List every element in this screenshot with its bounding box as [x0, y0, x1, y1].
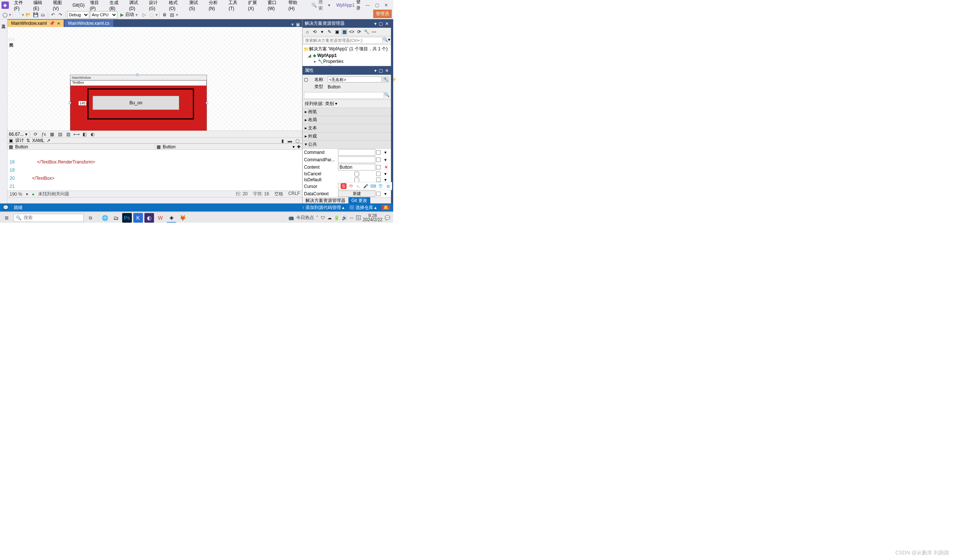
collapse-all-icon[interactable]: ▣ [334, 28, 340, 35]
switch-solution[interactable]: 解决方案资源管理器 [303, 197, 348, 204]
sogou-icon[interactable]: S [341, 183, 346, 189]
close-tab-icon[interactable]: ✕ [57, 22, 60, 26]
shield-icon[interactable]: 🛡 [321, 215, 325, 220]
effects-icon[interactable]: ◧ [81, 131, 88, 138]
today-hot[interactable]: 今日热点 [296, 215, 314, 221]
menu-edit[interactable]: 编辑(E) [31, 0, 50, 12]
menu-test[interactable]: 测试(S) [187, 0, 206, 12]
wrench-icon[interactable]: 🔧 [382, 76, 389, 83]
open-icon[interactable]: 📂 [25, 11, 31, 18]
platform-dropdown[interactable]: Any CPU [90, 11, 117, 19]
anim-icon[interactable]: ◐ [89, 131, 96, 138]
issues-label[interactable]: 未找到相关问题 [38, 191, 69, 197]
menu-format[interactable]: 格式(O) [167, 0, 186, 12]
cat-appearance[interactable]: ▸ 外观 [303, 132, 391, 141]
battery-icon[interactable]: 🔋 [334, 215, 340, 220]
resize-handle-e[interactable] [206, 102, 208, 104]
menu-git[interactable]: Git(G) [70, 2, 87, 9]
app-w[interactable]: W [155, 213, 165, 223]
snap-icon[interactable]: ▤ [57, 131, 63, 138]
tab-overflow-icon[interactable]: ▾ [291, 22, 293, 27]
new-file-icon[interactable]: 📄 [14, 11, 21, 18]
marker-icon[interactable] [376, 192, 380, 196]
marker-icon[interactable] [376, 165, 380, 169]
config-dropdown[interactable]: Debug [67, 11, 89, 19]
news-icon[interactable]: 📺 [289, 215, 294, 220]
menu-view[interactable]: 视图(V) [51, 0, 70, 12]
design-canvas[interactable]: MainWindow TextBox 145 Bu_on [70, 75, 206, 131]
redo-icon[interactable]: ↷ [57, 11, 64, 18]
close-pane-icon[interactable]: ✕ [385, 68, 389, 73]
wrench-icon[interactable]: 🔧 [363, 28, 370, 35]
minimize-icon[interactable]: — [365, 3, 370, 8]
menu-tools[interactable]: 工具(T) [226, 0, 245, 12]
prop-value-input[interactable] [338, 156, 376, 163]
action-center-icon[interactable]: 💬 [385, 215, 390, 220]
login-link[interactable]: 登录 [356, 0, 365, 11]
notification-icon[interactable]: 🔔 [382, 205, 390, 210]
ime-toolbar[interactable]: S 中•,🎤 ⌨👕⊞ [340, 182, 392, 190]
sync-icon[interactable]: ⟲ [311, 28, 318, 35]
code-zoom[interactable]: 190 % [9, 192, 22, 197]
cloud-icon[interactable]: ☁ [327, 215, 332, 220]
nav-back-icon[interactable]: ◯ [2, 11, 8, 18]
code-content[interactable]: </TextBox.RenderTransform> </TextBox> <B… [20, 150, 177, 190]
tab-fullscreen-icon[interactable]: ▣ [296, 22, 300, 27]
toolbar-icon-a[interactable]: 🖥 [161, 11, 168, 18]
menu-build[interactable]: 生成(B) [107, 0, 126, 12]
tab-mainwindow-cs[interactable]: MainWindow.xaml.cs [64, 20, 113, 27]
right-edge-tabs[interactable] [391, 19, 393, 203]
zoom-value[interactable]: 66.67... [9, 131, 24, 137]
grid-icon[interactable]: ▦ [48, 131, 55, 138]
app-firefox[interactable]: 🦊 [178, 213, 187, 223]
resize-handle-w[interactable] [69, 102, 71, 104]
show-all-icon[interactable]: ▦ [341, 28, 348, 35]
start-button[interactable]: ⊞ [0, 213, 13, 223]
popup-icon[interactable]: ↗ [47, 138, 50, 143]
cat-brush[interactable]: ▸ 画笔 [303, 108, 391, 116]
menu-ext[interactable]: 扩展(X) [246, 0, 265, 12]
prev-icon[interactable]: ✎ [326, 28, 333, 35]
prop-checkbox[interactable] [338, 172, 376, 176]
home-icon[interactable]: ⌂ [304, 28, 310, 35]
solution-search-input[interactable] [303, 37, 382, 44]
name-input[interactable] [327, 77, 382, 82]
xaml-editor[interactable]: 18 19 20 21 22 </TextBox.RenderTransform… [8, 150, 302, 190]
refresh-icon[interactable]: ⟳ [32, 131, 39, 138]
prop-value-input[interactable] [338, 164, 376, 170]
pin-icon[interactable]: ▢ [379, 68, 383, 73]
menu-design[interactable]: 设计(G) [147, 0, 166, 12]
tab-xaml[interactable]: XAML [32, 138, 44, 143]
code-icon[interactable]: <> [348, 28, 355, 35]
fx-icon[interactable]: ƒx [40, 131, 47, 138]
reset-icon[interactable]: ✕ [384, 165, 390, 170]
header-search[interactable]: 🔍 搜索▾ [311, 0, 331, 11]
search-icon[interactable]: 🔍 [382, 37, 388, 44]
right-element-combo[interactable]: Button [163, 144, 176, 149]
app-k[interactable]: K [133, 213, 143, 223]
save-all-icon[interactable]: 🗂 [40, 11, 46, 18]
maximize-icon[interactable]: ▢ [375, 3, 379, 8]
start-nodebug-icon[interactable]: ▷ [141, 11, 147, 18]
document-outline-tab[interactable]: 文档大纲 [8, 38, 14, 41]
app-explorer[interactable]: 🗂 [111, 213, 121, 223]
swap-icon[interactable]: ⇅ [26, 138, 30, 143]
marker-icon[interactable] [376, 178, 380, 182]
textbox-element[interactable]: TextBox [70, 80, 206, 86]
left-element-combo[interactable]: Button [15, 144, 28, 149]
close-icon[interactable]: ✕ [384, 3, 388, 8]
clock[interactable]: 9:28 2024/2/22 [363, 214, 382, 222]
toolbar-icon-b[interactable]: ▤ [168, 11, 175, 18]
pin-icon[interactable]: 📌 [49, 21, 55, 26]
button-element[interactable]: Bu_on [93, 96, 179, 110]
taskbar-search[interactable]: 🔍 搜索 [13, 214, 84, 222]
ruler-icon[interactable]: ⟷ [73, 131, 79, 138]
repo-select[interactable]: ▤ 选择仓库 ▴ [349, 204, 377, 211]
start-button[interactable]: ▶ 启动▾ [118, 11, 140, 18]
save-icon[interactable]: 💾 [32, 11, 39, 18]
volume-icon[interactable]: 🔊 [342, 215, 347, 220]
cat-layout[interactable]: ▸ 布局 [303, 116, 391, 124]
pane-dropdown-icon[interactable]: ▾ [374, 68, 377, 73]
chat-icon[interactable]: 💬 [3, 205, 9, 210]
app-eclipse[interactable]: ◐ [144, 213, 154, 223]
